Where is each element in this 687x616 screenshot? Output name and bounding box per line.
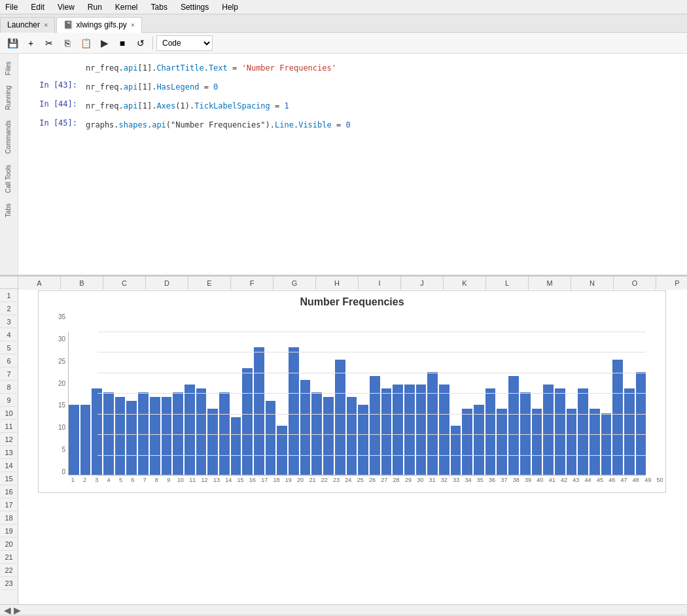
bar-fill-1 [69,405,79,475]
tab-notebook[interactable]: 📓 xlwings gifs.py × [56,17,142,33]
scroll-left-button[interactable]: ◀ [3,605,12,615]
menu-edit[interactable]: Edit [28,1,47,13]
bar-fill-3 [92,388,102,475]
bar-25 [347,332,357,475]
bar-9 [162,332,172,475]
bar-fill-28 [381,388,392,475]
menu-run[interactable]: Run [85,1,105,13]
cell-0: nr_freq.api[1].ChartTitle.Text = 'Number… [18,59,687,78]
bar-fill-6 [126,401,137,475]
bar-fill-33 [439,385,449,475]
tab-notebook-close[interactable]: × [131,21,135,29]
cell-type-select[interactable]: Code Markdown Raw [156,35,213,51]
x-label-28: 28 [391,477,401,483]
bar-37 [485,332,496,475]
cell-0-content[interactable]: nr_freq.api[1].ChartTitle.Text = 'Number… [82,60,682,77]
cell-0-prompt [24,60,82,61]
scroll-right-button[interactable]: ▶ [12,605,22,615]
bar-fill-34 [451,426,461,475]
row-num-4: 4 [0,328,18,341]
x-label-37: 37 [499,477,509,483]
bar-fill-13 [207,409,218,475]
bar-48 [612,332,623,475]
sidebar-item-commands[interactable]: Commands [5,115,13,159]
stop-button[interactable]: ■ [114,35,131,51]
left-sidebar: Files Running Commands Call Tools Tabs [0,54,18,275]
x-label-44: 44 [582,477,593,483]
x-label-7: 7 [139,477,150,483]
bars-area [68,332,646,475]
menu-settings[interactable]: Settings [178,1,211,13]
x-label-46: 46 [607,477,617,483]
bar-30 [404,332,415,475]
x-label-36: 36 [487,477,497,483]
menu-tabs[interactable]: Tabs [149,1,170,13]
bar-fill-4 [103,392,114,475]
sidebar-item-running[interactable]: Running [5,80,13,115]
bar-41 [532,332,542,475]
cell-43-content[interactable]: nr_freq.api[1].HasLegend = 0 [82,79,682,95]
x-label-9: 9 [164,477,174,483]
bar-fill-31 [416,385,427,475]
row-num-5: 5 [0,341,18,354]
bar-fill-27 [370,376,380,475]
row-num-15: 15 [0,472,18,485]
bar-fill-10 [173,392,183,475]
menu-help[interactable]: Help [219,1,241,13]
x-label-12: 12 [199,477,209,483]
bar-fill-42 [543,385,554,475]
sidebar-item-tabs[interactable]: Tabs [5,198,13,222]
bar-21 [300,332,311,475]
add-cell-button[interactable]: + [22,35,39,51]
cell-45-content[interactable]: graphs.shapes.api("Number Frequencies").… [82,117,682,133]
col-header-n: N [571,277,614,290]
bar-fill-44 [567,409,577,475]
bar-29 [393,332,403,475]
bar-42 [543,332,554,475]
run-button[interactable]: ▶ [96,35,113,51]
bar-16 [242,332,253,475]
menu-kernel[interactable]: Kernel [113,1,141,13]
cut-button[interactable]: ✂ [41,35,58,51]
restart-button[interactable]: ↺ [132,35,149,51]
tab-launcher-close[interactable]: × [44,21,48,29]
bar-8 [150,332,160,475]
x-label-49: 49 [643,477,653,483]
bar-17 [254,332,264,475]
x-label-6: 6 [128,477,138,483]
bar-fill-50 [636,372,646,475]
bar-fill-16 [242,368,253,475]
copy-button[interactable]: ⎘ [59,35,76,51]
col-header-e: E [188,277,231,290]
sheet-content[interactable]: Number Frequencies 35 30 25 20 15 10 5 0 [18,289,687,604]
bar-fill-19 [277,426,287,475]
cell-44-content[interactable]: nr_freq.api[1].Axes(1).TickLabelSpacing … [82,98,682,114]
save-button[interactable]: 💾 [4,35,21,51]
row-num-20: 20 [0,538,18,551]
bar-50 [636,332,646,475]
sheet-body: 1234567891011121314151617181920212223 Nu… [0,289,687,604]
col-header-l: L [486,277,529,290]
y-label-30: 30 [58,335,65,343]
bar-fill-39 [508,376,519,475]
bar-fill-11 [185,385,195,475]
sidebar-item-calltools[interactable]: Call Tools [5,160,13,198]
paste-button[interactable]: 📋 [77,35,94,51]
menu-bar: File Edit View Run Kernel Tabs Settings … [0,0,687,14]
x-label-11: 11 [187,477,198,483]
bar-fill-22 [311,392,322,475]
x-label-8: 8 [151,477,162,483]
sidebar-item-files[interactable]: Files [5,56,13,80]
tab-launcher[interactable]: Launcher × [0,17,55,33]
menu-file[interactable]: File [3,1,20,13]
x-label-30: 30 [415,477,425,483]
bar-24 [335,332,345,475]
chart-title: Number Frequencies [39,291,665,311]
bar-5 [115,332,126,475]
bar-fill-35 [462,409,472,475]
col-header-b: B [61,277,103,290]
menu-view[interactable]: View [55,1,77,13]
bar-36 [474,332,484,475]
cell-43: In [43]: nr_freq.api[1].HasLegend = 0 [18,78,687,97]
bars-container [68,332,646,475]
